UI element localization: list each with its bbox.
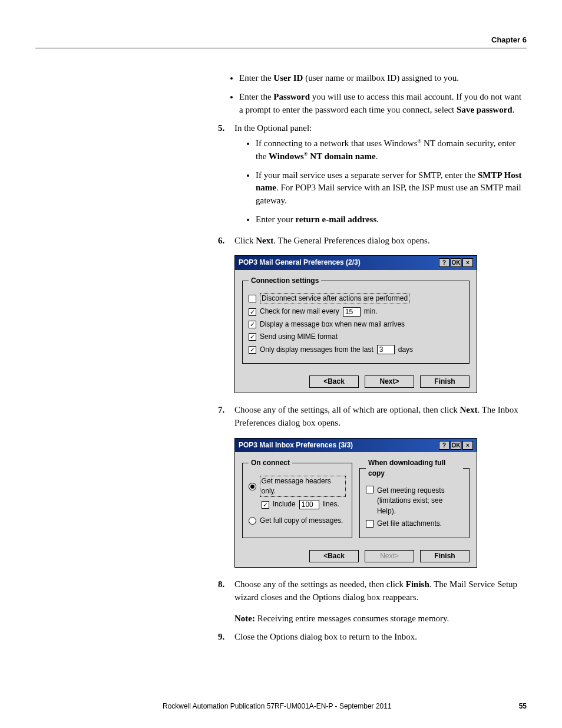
text: Enter the	[239, 73, 273, 83]
group-legend: On connect	[249, 458, 292, 468]
publication-info: Rockwell Automation Publication 57RF-UM0…	[163, 702, 392, 710]
ok-button[interactable]: OK	[451, 258, 461, 267]
downloading-full-copy-group: When downloading full copy Get meeting r…	[359, 458, 470, 538]
checkbox-disconnect[interactable]	[249, 295, 256, 302]
on-connect-group: On connect Get message headers only. ✓ I…	[242, 458, 352, 538]
back-button[interactable]: <Back	[309, 550, 359, 562]
label-headers-only: Get message headers only.	[260, 476, 346, 498]
text: Enter the	[239, 92, 273, 101]
close-button[interactable]: ×	[462, 258, 473, 267]
bullet-smtp-host: If your mail service uses a separate ser…	[256, 169, 527, 207]
text: If connecting to a network that uses Win…	[256, 139, 417, 148]
text: (limitations exist; see Help).	[377, 496, 442, 515]
text: . For POP3 Mail service with an ISP, the…	[256, 183, 521, 205]
help-button[interactable]: ?	[439, 441, 449, 450]
step-5: 5. In the Optional panel: If connecting …	[218, 122, 527, 226]
step-number: 6.	[218, 235, 224, 248]
label-days: days	[398, 345, 413, 355]
checkbox-mime[interactable]: ✓	[249, 333, 256, 341]
dialog-general-preferences: POP3 Mail General Preferences (2/3) ? OK…	[234, 255, 477, 393]
step-8: 8. Choose any of the settings as needed,…	[218, 578, 527, 604]
step-number: 5.	[218, 122, 224, 135]
checkbox-check-mail[interactable]: ✓	[249, 308, 256, 316]
bold-nt-domain-name: NT domain name	[308, 151, 376, 161]
label-msgbox: Display a message box when new mail arri…	[260, 319, 405, 330]
label-disconnect: Disconnect service after actions are per…	[260, 293, 409, 304]
step-number: 9.	[218, 631, 224, 644]
checkbox-file-attachments[interactable]	[366, 520, 373, 528]
note-text: Receiving entire messages consumes stora…	[255, 614, 449, 623]
text: (user name or mailbox ID) assigned to yo…	[303, 73, 459, 83]
reg-mark-icon: ®	[304, 151, 308, 157]
bullet-return-email: Enter your return e-mail address.	[256, 213, 527, 226]
text: Click	[234, 236, 256, 245]
label-file-attachments: Get file attachments.	[377, 519, 442, 529]
text: Enter your	[256, 215, 295, 224]
label-min: min.	[364, 307, 378, 317]
text: Choose any of the settings as needed, th…	[234, 579, 406, 589]
next-button[interactable]: Next>	[365, 375, 414, 388]
page-header: Chapter 6	[35, 35, 527, 48]
help-button[interactable]: ?	[439, 258, 449, 267]
bold-user-id: User ID	[273, 73, 303, 83]
page-number: 55	[519, 702, 527, 710]
finish-button[interactable]: Finish	[420, 550, 470, 562]
close-button[interactable]: ×	[462, 441, 473, 450]
radio-headers-only[interactable]	[249, 483, 256, 490]
group-legend: Connection settings	[249, 276, 321, 286]
text: .	[513, 105, 515, 114]
checkbox-last-days[interactable]: ✓	[249, 346, 256, 354]
input-lines[interactable]	[299, 500, 319, 509]
label-mime: Send using MIME format	[260, 332, 338, 342]
bullet-password: Enter the Password you will use to acces…	[239, 91, 527, 117]
text: Choose any of the settings, all of which…	[234, 405, 459, 414]
checkbox-meeting-requests[interactable]	[366, 486, 373, 493]
checkbox-msgbox[interactable]: ✓	[249, 321, 256, 328]
label-last-days: Only display messages from the last	[260, 345, 373, 355]
bold-return-email: return e-mail address	[295, 215, 376, 224]
finish-button[interactable]: Finish	[420, 375, 470, 388]
input-check-interval[interactable]	[343, 307, 361, 317]
text: Get meeting requests	[377, 486, 445, 495]
radio-full-copy[interactable]	[249, 517, 256, 525]
note: Note: Receiving entire messages consumes…	[234, 612, 527, 625]
dialog-titlebar[interactable]: POP3 Mail General Preferences (2/3) ? OK…	[235, 256, 477, 269]
bullet-user-id: Enter the User ID (user name or mailbox …	[239, 72, 527, 85]
next-button: Next>	[365, 550, 414, 562]
page-footer: Rockwell Automation Publication 57RF-UM0…	[35, 702, 527, 710]
step-6: 6. Click Next. The General Preferences d…	[218, 235, 527, 394]
bold-password: Password	[273, 92, 310, 101]
step-number: 7.	[218, 404, 224, 417]
dialog-titlebar[interactable]: POP3 Mail Inbox Preferences (3/3) ? OK ×	[235, 439, 477, 452]
connection-settings-group: Connection settings Disconnect service a…	[242, 276, 470, 364]
label-lines: lines.	[323, 499, 339, 509]
bold-finish: Finish	[406, 579, 429, 589]
text: .	[376, 215, 379, 224]
text: . The General Preferences dialog box ope…	[273, 236, 429, 245]
note-label: Note:	[234, 614, 255, 623]
main-content: Enter the User ID (user name or mailbox …	[218, 72, 527, 644]
text: Close the Options dialog box to return t…	[234, 632, 417, 641]
step-7: 7. Choose any of the settings, all of wh…	[218, 404, 527, 568]
bold-windows: Windows	[269, 151, 304, 161]
bold-save-password: Save password	[457, 105, 513, 114]
dialog-title: POP3 Mail Inbox Preferences (3/3)	[239, 440, 353, 450]
dialog-title: POP3 Mail General Preferences (2/3)	[239, 258, 361, 268]
step-number: 8.	[218, 578, 224, 591]
back-button[interactable]: <Back	[309, 375, 359, 388]
label-full-copy: Get full copy of messages.	[260, 516, 343, 526]
bold-next: Next	[459, 405, 477, 414]
step-9: 9. Close the Options dialog box to retur…	[218, 631, 527, 644]
group-legend: When downloading full copy	[366, 458, 463, 479]
ok-button[interactable]: OK	[451, 441, 461, 450]
input-days[interactable]	[377, 345, 395, 354]
dialog-inbox-preferences: POP3 Mail Inbox Preferences (3/3) ? OK ×…	[234, 438, 477, 568]
label-check-mail: Check for new mail every	[260, 307, 339, 317]
bold-next: Next	[256, 236, 273, 245]
label-include: Include	[273, 499, 296, 509]
label-meeting-requests: Get meeting requests (limitations exist;…	[377, 486, 463, 516]
text: .	[376, 151, 378, 161]
step-intro: In the Optional panel:	[234, 123, 312, 133]
text: If your mail service uses a separate ser…	[256, 170, 478, 180]
checkbox-include-lines[interactable]: ✓	[262, 501, 269, 509]
